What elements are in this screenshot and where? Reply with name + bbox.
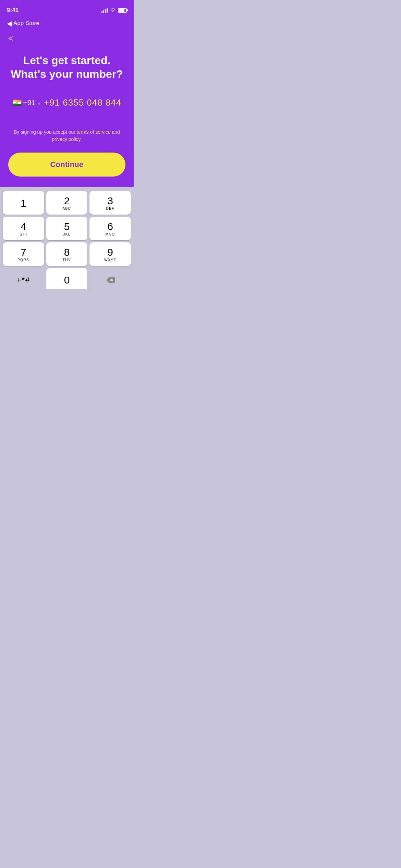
key-special[interactable]: +*# — [3, 268, 44, 289]
app-store-label: App Store — [13, 20, 39, 27]
privacy-policy-link[interactable]: privacy policy — [52, 136, 81, 142]
country-selector-button[interactable]: 🇮🇳 +91 ⌄ — [12, 98, 41, 107]
tos-text: By signing up you accept our terms of se… — [8, 129, 125, 143]
headline: Let's get started. What's your number? — [8, 53, 125, 81]
battery-icon — [118, 8, 127, 13]
chevron-down-icon: ⌄ — [37, 100, 41, 106]
key-2[interactable]: 2ABC — [46, 191, 88, 215]
key-5[interactable]: 5JKL — [46, 217, 88, 240]
status-icons — [101, 8, 127, 13]
wifi-icon — [110, 8, 116, 13]
key-delete[interactable] — [89, 268, 131, 289]
key-7[interactable]: 7PQRS — [3, 242, 44, 266]
app-store-back-button[interactable]: ◀ App Store — [7, 20, 39, 27]
phone-input-row: 🇮🇳 +91 ⌄ +91 6355 048 844 — [8, 97, 125, 108]
back-chevron-button[interactable]: < — [8, 34, 13, 43]
continue-button[interactable]: Continue — [8, 153, 125, 177]
key-8[interactable]: 8TUV — [46, 242, 88, 266]
key-4[interactable]: 4GHI — [3, 217, 44, 240]
keyboard-grid: 12ABC3DEF4GHI5JKL6MNO7PQRS8TUV9WXYZ+*#0 — [1, 191, 132, 289]
signal-icon — [101, 8, 108, 13]
terms-of-service-link[interactable]: terms of service — [77, 129, 111, 135]
key-0[interactable]: 0 — [46, 268, 88, 289]
keyboard-section: 12ABC3DEF4GHI5JKL6MNO7PQRS8TUV9WXYZ+*#0 — [0, 187, 134, 289]
status-time: 9:41 — [7, 7, 19, 14]
country-flag: 🇮🇳 — [12, 98, 22, 107]
nav-bar: ◀ App Store — [0, 17, 134, 30]
main-section: < Let's get started. What's your number?… — [0, 30, 134, 187]
key-3[interactable]: 3DEF — [89, 191, 131, 215]
key-9[interactable]: 9WXYZ — [89, 242, 131, 266]
back-arrow-icon: ◀ — [7, 20, 12, 27]
phone-number-display[interactable]: +91 6355 048 844 — [44, 97, 121, 108]
country-code: +91 — [23, 98, 36, 107]
status-bar: 9:41 — [0, 0, 134, 17]
key-6[interactable]: 6MNO — [89, 217, 131, 240]
key-1[interactable]: 1 — [3, 191, 44, 215]
